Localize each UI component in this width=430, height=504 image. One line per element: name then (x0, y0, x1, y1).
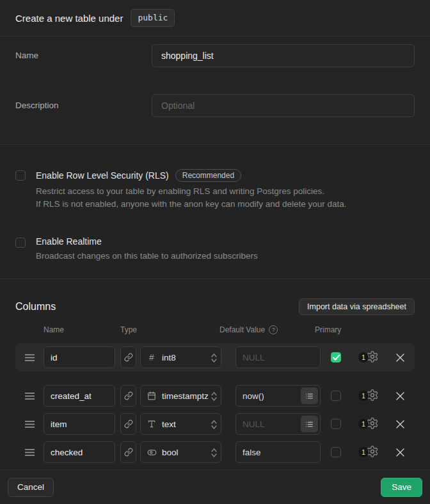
default-suggestions-list-icon[interactable] (301, 387, 318, 404)
chevron-up-down-icon (211, 353, 218, 363)
column-default-input[interactable] (235, 441, 321, 463)
table-info-section: Name Description (0, 37, 430, 145)
column-settings-gear-icon[interactable]: 1 (366, 417, 380, 431)
delete-column-icon[interactable] (395, 353, 406, 362)
foreign-key-link-icon[interactable] (120, 385, 136, 407)
columns-header-row: Name Type Default Value ? Primary (15, 325, 415, 334)
column-settings-gear-icon[interactable]: 1 (366, 389, 380, 403)
save-button[interactable]: Save (381, 478, 422, 497)
delete-column-icon[interactable] (395, 419, 406, 429)
column-row-id-panel: # int8 1 (15, 343, 415, 371)
default-suggestions-list-icon[interactable] (301, 416, 318, 432)
column-name-input[interactable] (44, 413, 115, 435)
settings-count-badge: 1 (358, 391, 369, 401)
column-type-select[interactable]: text (140, 413, 221, 435)
dialog-footer: Cancel Save (0, 469, 430, 504)
column-name-input[interactable] (44, 346, 115, 368)
columns-section: Columns Import data via spreadsheet Name… (0, 279, 430, 469)
column-type-select[interactable]: bool (140, 441, 221, 463)
description-label: Description (15, 94, 152, 117)
settings-count-badge: 1 (358, 447, 369, 457)
column-name-input[interactable] (44, 385, 115, 407)
dialog-header: Create a new table under public (0, 0, 430, 37)
column-name-input[interactable] (44, 441, 115, 463)
hash-icon: # (146, 352, 157, 362)
primary-key-checkbox[interactable] (331, 447, 341, 457)
column-row: bool 1 (15, 438, 415, 466)
cancel-button[interactable]: Cancel (8, 478, 54, 497)
realtime-label: Enable Realtime (36, 236, 102, 247)
rls-checkbox[interactable] (15, 170, 26, 181)
settings-count-badge: 1 (358, 352, 369, 362)
primary-key-checkbox[interactable] (331, 352, 341, 362)
column-row: # int8 1 (15, 343, 415, 371)
column-type-select[interactable]: timestamptz (140, 385, 221, 407)
column-header-type: Type (120, 325, 219, 334)
column-row: text 1 (15, 410, 415, 438)
text-icon (146, 419, 157, 428)
column-settings-gear-icon[interactable]: 1 (366, 445, 380, 459)
table-description-input[interactable] (152, 94, 415, 117)
import-spreadsheet-button[interactable]: Import data via spreadsheet (299, 298, 415, 315)
delete-column-icon[interactable] (395, 448, 406, 457)
delete-column-icon[interactable] (395, 391, 406, 401)
foreign-key-link-icon[interactable] (120, 346, 136, 368)
calendar-icon (146, 391, 157, 400)
column-header-default: Default Value (219, 325, 265, 334)
rls-description-line2: If RLS is not enabled, anyone with the a… (36, 198, 347, 211)
drag-handle-icon[interactable] (15, 421, 44, 428)
column-settings-gear-icon[interactable]: 1 (366, 350, 380, 364)
rls-description-line1: Restrict access to your table by enablin… (36, 185, 347, 198)
drag-handle-icon[interactable] (15, 449, 44, 456)
columns-title: Columns (15, 301, 56, 313)
realtime-description: Broadcast changes on this table to autho… (36, 250, 258, 263)
primary-key-checkbox[interactable] (331, 419, 341, 429)
schema-badge: public (131, 9, 175, 27)
rls-label: Enable Row Level Security (RLS) (36, 170, 169, 181)
column-header-name: Name (44, 325, 120, 334)
toggle-icon (146, 448, 157, 457)
column-default-input (235, 346, 321, 368)
recommended-badge: Recommended (175, 169, 241, 182)
table-options-section: Enable Row Level Security (RLS) Recommen… (0, 145, 430, 279)
chevron-up-down-icon (211, 448, 218, 458)
create-table-dialog: Create a new table under public Name Des… (0, 0, 430, 504)
chevron-up-down-icon (211, 419, 218, 430)
drag-handle-icon[interactable] (15, 393, 44, 400)
column-type-select[interactable]: # int8 (140, 346, 221, 368)
settings-count-badge: 1 (358, 419, 369, 429)
realtime-checkbox[interactable] (15, 238, 26, 248)
column-row: timestamptz 1 (15, 382, 415, 410)
foreign-key-link-icon[interactable] (120, 413, 136, 435)
chevron-up-down-icon (211, 391, 218, 402)
question-circle-icon[interactable]: ? (269, 325, 278, 334)
name-label: Name (15, 44, 152, 67)
dialog-title: Create a new table under (15, 13, 123, 24)
primary-key-checkbox[interactable] (331, 391, 341, 401)
column-header-primary: Primary (315, 325, 341, 334)
drag-handle-icon[interactable] (15, 354, 44, 361)
table-name-input[interactable] (152, 44, 415, 67)
foreign-key-link-icon[interactable] (120, 441, 136, 463)
